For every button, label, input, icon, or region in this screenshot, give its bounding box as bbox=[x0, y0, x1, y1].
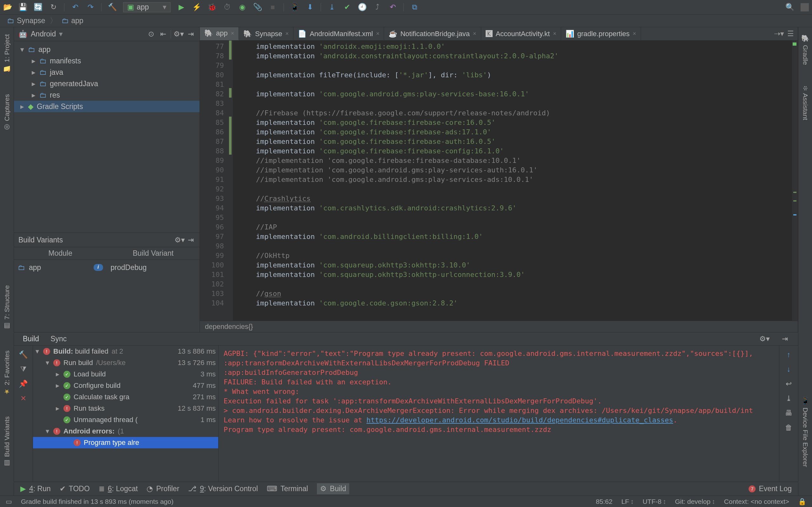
structure-icon[interactable]: ⧉ bbox=[410, 3, 419, 12]
bv-variant[interactable]: prodDebug bbox=[111, 263, 147, 272]
pin-icon[interactable]: 📌 bbox=[19, 379, 28, 388]
close-icon[interactable]: × bbox=[473, 31, 476, 37]
tool-structure[interactable]: ▤7: Structure bbox=[3, 282, 11, 333]
bottom-tool-run[interactable]: ▶4: Run bbox=[20, 485, 51, 493]
redo-icon[interactable]: ↷ bbox=[86, 3, 95, 12]
breadcrumb-item[interactable]: 🗀 Synapse bbox=[4, 16, 49, 26]
close-icon[interactable]: × bbox=[286, 31, 289, 37]
breadcrumb-item[interactable]: 🗀 app bbox=[58, 16, 87, 26]
bottom-tool-logcat[interactable]: ≣6: Logcat bbox=[99, 485, 138, 493]
bottom-tool-profiler[interactable]: ◔Profiler bbox=[147, 485, 179, 493]
bottom-tool-vcs[interactable]: ⎇9: Version Control bbox=[188, 485, 258, 493]
bottom-tool-terminal[interactable]: ⌨Terminal bbox=[267, 485, 308, 493]
tool-device-explorer[interactable]: 📱Device File Explorer bbox=[802, 394, 809, 470]
build-tree-row[interactable]: ▾!Run build /Users/ke13 s 726 ms bbox=[33, 357, 218, 369]
tree-node[interactable]: ▸🗀java bbox=[14, 66, 200, 78]
build-tree[interactable]: ▾!Build: build failed at 213 s 886 ms▾!R… bbox=[33, 346, 218, 482]
status-caret[interactable]: 85:62 bbox=[596, 498, 612, 505]
up-icon[interactable]: ↑ bbox=[784, 350, 793, 359]
editor-tab[interactable]: 🅺AccountActivity.kt× bbox=[481, 27, 561, 40]
tab-menu-icon[interactable]: ☰ bbox=[787, 30, 794, 38]
collapse-icon[interactable]: ⇤ bbox=[159, 30, 167, 39]
apply-changes-icon[interactable]: ⚡ bbox=[192, 3, 201, 12]
print-icon[interactable]: 🖶 bbox=[784, 408, 793, 417]
event-log-button[interactable]: 7 Event Log bbox=[749, 485, 792, 493]
editor-tab[interactable]: 🐘app× bbox=[200, 27, 239, 40]
editor-tab[interactable]: 🐘Synapse× bbox=[239, 27, 293, 40]
coverage-icon[interactable]: ◉ bbox=[238, 3, 247, 12]
marker[interactable] bbox=[793, 192, 797, 193]
tab-overflow-icon[interactable]: ⇢▾ bbox=[774, 30, 784, 38]
bv-row[interactable]: 🗀 app prodDebug bbox=[14, 260, 200, 275]
tree-node[interactable]: ▸🗀manifests bbox=[14, 55, 200, 66]
project-mode[interactable]: Android bbox=[31, 30, 56, 38]
build-tree-row[interactable]: ✓Calculate task gra271 ms bbox=[33, 391, 218, 403]
build-tree-row[interactable]: ✓Unmanaged thread (1 ms bbox=[33, 414, 218, 426]
status-line-ending[interactable]: LF bbox=[621, 498, 634, 505]
bottom-tool-build[interactable]: ⚙Build bbox=[317, 483, 349, 494]
tree-node[interactable]: ▾🗀app bbox=[14, 44, 200, 55]
marker[interactable] bbox=[793, 214, 797, 216]
editor-tab[interactable]: ☕NotificationBridge.java× bbox=[384, 27, 481, 40]
vcs-push-icon[interactable]: ⤴ bbox=[373, 3, 382, 12]
tool-assistant[interactable]: ፨Assistant bbox=[802, 83, 809, 123]
build-tree-row[interactable]: ▾!Build: build failed at 213 s 886 ms bbox=[33, 346, 218, 357]
editor-crumb[interactable]: dependencies{} bbox=[200, 321, 798, 332]
close-icon[interactable]: × bbox=[376, 31, 380, 37]
search-icon[interactable]: 🔍 bbox=[785, 3, 794, 12]
build-tree-row[interactable]: ▸✓Configure build477 ms bbox=[33, 380, 218, 391]
tree-node[interactable]: ▸🗀generatedJava bbox=[14, 78, 200, 89]
tool-captures[interactable]: ◎Captures bbox=[3, 91, 11, 134]
vcs-revert-icon[interactable]: ↶ bbox=[388, 3, 397, 12]
gear-icon[interactable]: ⚙▾ bbox=[175, 235, 184, 244]
build-tree-row[interactable]: !Program type alre bbox=[33, 437, 218, 448]
tab-build[interactable]: Build bbox=[23, 335, 39, 343]
tool-gradle[interactable]: 🐘Gradle bbox=[802, 31, 809, 68]
info-icon[interactable] bbox=[94, 264, 103, 271]
gutter[interactable]: 7778798081828384858687888990919293949596… bbox=[200, 41, 228, 321]
console-link[interactable]: https://developer.android.com/studio/bui… bbox=[366, 416, 673, 424]
tool-favorites[interactable]: ★2: Favorites bbox=[3, 347, 11, 399]
editor-tab[interactable]: 📄AndroidManifest.xml× bbox=[293, 27, 384, 40]
tool-build-variants[interactable]: ▥Build Variants bbox=[3, 413, 11, 470]
soft-wrap-icon[interactable]: ↩ bbox=[784, 379, 793, 388]
gear-icon[interactable]: ⚙▾ bbox=[174, 30, 183, 39]
undo-icon[interactable]: ↶ bbox=[71, 3, 80, 12]
save-all-icon[interactable]: 💾 bbox=[18, 3, 27, 12]
make-icon[interactable]: 🔨 bbox=[108, 3, 117, 12]
vcs-commit-icon[interactable]: ✔ bbox=[343, 3, 351, 12]
close-icon[interactable]: × bbox=[633, 31, 636, 37]
build-tree-row[interactable]: ▸✓Load build3 ms bbox=[33, 369, 218, 380]
hide-icon[interactable]: ⇥ bbox=[186, 235, 195, 244]
vcs-update-icon[interactable]: ⤓ bbox=[327, 3, 336, 12]
target-icon[interactable]: ⊙ bbox=[147, 30, 155, 39]
debug-icon[interactable]: 🐞 bbox=[207, 3, 216, 12]
profile-icon[interactable]: ⏱ bbox=[223, 3, 232, 12]
build-tree-row[interactable]: ▾!Android errors: (1 bbox=[33, 426, 218, 437]
hide-icon[interactable]: ⇥ bbox=[186, 30, 195, 39]
attach-icon[interactable]: 📎 bbox=[253, 3, 262, 12]
lock-icon[interactable]: 🔒 bbox=[798, 498, 806, 505]
trash-icon[interactable]: 🗑 bbox=[784, 423, 793, 432]
status-git[interactable]: Git: develop bbox=[675, 498, 715, 505]
project-tree[interactable]: ▾🗀app▸🗀manifests▸🗀java▸🗀generatedJava▸🗀r… bbox=[14, 41, 200, 233]
down-icon[interactable]: ↓ bbox=[784, 365, 793, 374]
sync-project-icon[interactable]: ↻ bbox=[49, 3, 58, 12]
code-editor[interactable]: implementation 'androidx.emoji:emoji:1.1… bbox=[233, 41, 798, 321]
sdk-icon[interactable]: ⬇ bbox=[305, 3, 314, 12]
stop-icon[interactable]: ■ bbox=[268, 3, 277, 12]
close-icon[interactable]: ✕ bbox=[19, 394, 28, 403]
chevron-down-icon[interactable]: ▾ bbox=[59, 30, 63, 38]
sync-icon[interactable]: 🔄 bbox=[34, 3, 43, 12]
vcs-history-icon[interactable]: 🕘 bbox=[358, 3, 367, 12]
gear-icon[interactable]: ⚙▾ bbox=[760, 335, 769, 343]
build-tree-row[interactable]: ▸!Run tasks12 s 837 ms bbox=[33, 403, 218, 414]
bottom-tool-todo[interactable]: ✔TODO bbox=[60, 485, 90, 493]
close-icon[interactable]: × bbox=[231, 30, 235, 37]
tree-node[interactable]: ▸◆Gradle Scripts bbox=[14, 101, 200, 112]
status-context[interactable]: Context: <no context> bbox=[724, 498, 789, 505]
scroll-end-icon[interactable]: ⤓ bbox=[784, 394, 793, 403]
error-stripe[interactable] bbox=[792, 41, 798, 321]
tool-project[interactable]: 📁1: Project bbox=[3, 31, 11, 76]
hide-icon[interactable]: ⇥ bbox=[780, 335, 789, 343]
